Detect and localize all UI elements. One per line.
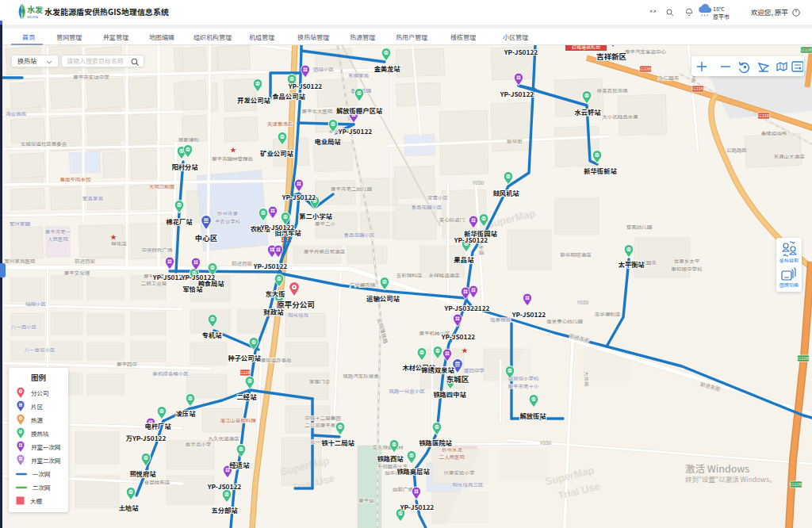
svg-text:铁路四中站: 铁路四中站 xyxy=(433,389,466,399)
svg-text:G108: G108 xyxy=(239,370,251,375)
svg-text:土地站: 土地站 xyxy=(119,503,140,512)
svg-text:铁路汽车队宿舍: 铁路汽车队宿舍 xyxy=(343,372,379,380)
svg-text:电杆厂站: 电杆厂站 xyxy=(144,421,171,430)
svg-text:大小武精品水果: 大小武精品水果 xyxy=(602,113,638,121)
svg-text:G108: G108 xyxy=(791,482,802,487)
svg-text:新华街新站: 新华街新站 xyxy=(584,166,617,175)
svg-text:★: ★ xyxy=(230,145,236,154)
svg-text:北城街道社区居委会: 北城街道社区居委会 xyxy=(21,140,67,147)
svg-text:世原乡太平: 世原乡太平 xyxy=(674,257,700,265)
svg-text:G338: G338 xyxy=(692,86,703,91)
svg-text:棉花厂站: 棉花厂站 xyxy=(166,216,193,226)
svg-text:YP-JS0322122: YP-JS0322122 xyxy=(443,303,489,312)
svg-text:熙悦府站: 熙悦府站 xyxy=(129,469,156,478)
svg-text:YP-JS0122: YP-JS0122 xyxy=(260,222,294,231)
svg-text:原平市第十小: 原平市第十小 xyxy=(508,382,540,390)
svg-text:经适站: 经适站 xyxy=(229,460,251,469)
svg-text:家属门诊: 家属门诊 xyxy=(309,377,331,385)
svg-text:仓百姓布店: 仓百姓布店 xyxy=(144,478,170,486)
svg-text:铁路一分会小区: 铁路一分会小区 xyxy=(389,387,425,395)
svg-text:原平分公司: 原平分公司 xyxy=(277,299,315,310)
svg-text:种子公司站: 种子公司站 xyxy=(228,353,261,362)
svg-text:丽都便利: 丽都便利 xyxy=(178,136,199,143)
svg-text:公路路政: 公路路政 xyxy=(726,146,748,154)
svg-text:Y050: Y050 xyxy=(576,298,589,306)
svg-text:原平市园林管理处: 原平市园林管理处 xyxy=(212,155,254,163)
svg-text:东炯家苑: 东炯家苑 xyxy=(348,71,370,79)
svg-text:二经站: 二经站 xyxy=(237,392,258,401)
svg-text:太平衡站: 太平衡站 xyxy=(618,259,645,269)
svg-text:新原街道办事处: 新原街道办事处 xyxy=(255,356,292,364)
svg-text:泰隆招待所: 泰隆招待所 xyxy=(761,129,787,137)
svg-text:原平丹枫白鹭酒店: 原平丹枫白鹭酒店 xyxy=(304,247,346,255)
svg-text:Y050: Y050 xyxy=(539,438,552,446)
svg-text:铁路医院站: 铁路医院站 xyxy=(419,438,452,447)
svg-text:东大街: 东大街 xyxy=(266,289,285,298)
svg-text:YP-JS0122: YP-JS0122 xyxy=(504,47,538,56)
svg-text:电业局站: 电业局站 xyxy=(314,136,341,146)
svg-text:东城区: 东城区 xyxy=(446,373,469,385)
svg-text:原平四中: 原平四中 xyxy=(117,360,137,368)
svg-text:YP-JS0122: YP-JS0122 xyxy=(181,272,215,281)
svg-text:新华阳旺酒店: 新华阳旺酒店 xyxy=(561,251,592,258)
svg-text:原平市: 原平市 xyxy=(713,13,730,21)
svg-text:五彩饲料店: 五彩饲料店 xyxy=(396,271,423,279)
svg-text:YP-JS0122: YP-JS0122 xyxy=(454,235,488,244)
svg-text:湄江山自助料理: 湄江山自助料理 xyxy=(220,416,256,424)
svg-text:坐标拾取: 坐标拾取 xyxy=(779,257,799,264)
svg-text:YP-JS0122: YP-JS0122 xyxy=(400,502,434,511)
svg-text:盛美农贸市场: 盛美农贸市场 xyxy=(597,86,629,94)
svg-text:鸿业尚苑: 鸿业尚苑 xyxy=(6,109,27,117)
svg-text:18℃: 18℃ xyxy=(713,5,725,13)
svg-text:食品公司站: 食品公司站 xyxy=(272,91,305,101)
svg-text:果品站: 果品站 xyxy=(454,254,475,264)
svg-text:YP-JS0122: YP-JS0122 xyxy=(511,309,546,319)
svg-text:解放街棚户区站: 解放街棚户区站 xyxy=(336,105,383,115)
svg-text:YP-JS0122: YP-JS0122 xyxy=(500,89,534,98)
svg-text:吉祥新区: 吉祥新区 xyxy=(596,51,627,62)
svg-text:铁路高层站: 铁路高层站 xyxy=(396,466,430,476)
svg-text:军兴家苑医院: 军兴家苑医院 xyxy=(5,257,36,265)
svg-text:水发: 水发 xyxy=(27,3,43,15)
svg-text:阳村分站: 阳村分站 xyxy=(171,162,198,171)
svg-text:军鑫家苑: 军鑫家苑 xyxy=(82,194,104,202)
svg-text:YP-JS0122: YP-JS0122 xyxy=(282,192,316,201)
svg-text:军恰站: 军恰站 xyxy=(183,284,204,293)
svg-text:原平市第二幼儿园: 原平市第二幼儿园 xyxy=(331,185,372,193)
svg-text:食品花园小区: 食品花园小区 xyxy=(412,203,443,211)
svg-text:兴原实验小学: 兴原实验小学 xyxy=(444,469,476,476)
svg-text:站前广场: 站前广场 xyxy=(393,485,414,493)
svg-text:衡初级中学校: 衡初级中学校 xyxy=(672,265,703,273)
svg-text:凌压站: 凌压站 xyxy=(176,408,197,418)
svg-text:金美龙站: 金美龙站 xyxy=(373,63,400,73)
svg-text:八一西小区: 八一西小区 xyxy=(11,323,37,331)
svg-text:新华街: 新华街 xyxy=(507,137,523,146)
svg-text:运输公司站: 运输公司站 xyxy=(366,293,400,303)
svg-text:天涯山大酒店: 天涯山大酒店 xyxy=(774,152,806,160)
svg-text:食品花园小区: 食品花园小区 xyxy=(344,231,376,239)
svg-text:晋南牛肉水饺: 晋南牛肉水饺 xyxy=(60,175,92,183)
svg-text:伍基悦府: 伍基悦府 xyxy=(490,316,511,323)
svg-text:前进西街: 前进西街 xyxy=(232,259,253,267)
svg-text:平农业学校: 平农业学校 xyxy=(215,217,241,225)
svg-text:矿业公司站: 矿业公司站 xyxy=(260,148,293,158)
svg-text:欢迎您, 原平: 欢迎您, 原平 xyxy=(751,7,788,17)
svg-text:忻州市原: 忻州市原 xyxy=(217,209,239,217)
svg-text:铁路西站: 铁路西站 xyxy=(377,453,404,463)
svg-text:开发公司站: 开发公司站 xyxy=(237,95,270,105)
svg-text:原平汽车客运中心: 原平汽车客运中心 xyxy=(625,48,667,55)
svg-text:广兴酱肉铺: 广兴酱肉铺 xyxy=(350,281,376,289)
svg-text:鼓风机站: 鼓风机站 xyxy=(492,188,519,197)
svg-text:美心防盗门: 美心防盗门 xyxy=(439,216,465,224)
svg-text:久仁超市: 久仁超市 xyxy=(658,74,680,82)
svg-text:水云轩站: 水云轩站 xyxy=(574,107,601,117)
svg-text:中心区: 中心区 xyxy=(195,232,218,243)
svg-text:YP-JS0122: YP-JS0122 xyxy=(441,331,475,341)
svg-text:阳光佳苑: 阳光佳苑 xyxy=(288,311,309,319)
svg-text:志华便利店: 志华便利店 xyxy=(595,310,621,318)
svg-text:YP-JS0122: YP-JS0122 xyxy=(253,261,287,270)
svg-text:图层切换: 图层切换 xyxy=(779,281,799,289)
svg-text:大华街: 大华街 xyxy=(583,371,591,387)
svg-text:五分部站: 五分部站 xyxy=(211,505,238,515)
svg-text:G108: G108 xyxy=(801,48,812,52)
